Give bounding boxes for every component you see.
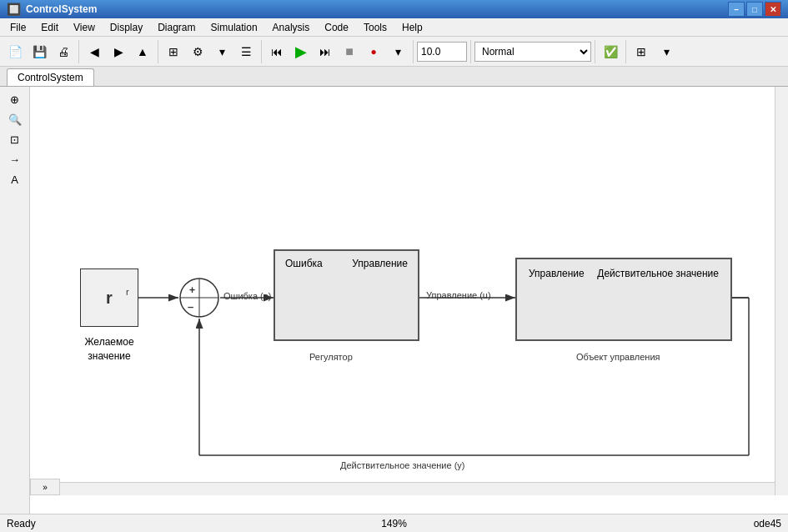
save-button[interactable]: 💾 bbox=[28, 40, 51, 63]
menu-bar: File Edit View Display Diagram Simulatio… bbox=[0, 18, 788, 37]
vertical-scrollbar[interactable] bbox=[775, 87, 788, 495]
up-button[interactable]: ▲ bbox=[131, 40, 154, 63]
svg-text:+: + bbox=[189, 284, 195, 296]
reference-symbol: r bbox=[106, 289, 113, 308]
svg-text:–: – bbox=[188, 300, 193, 313]
canvas-area[interactable]: r r Желаемое значение + – Ошибка (е) Оши… bbox=[30, 87, 788, 514]
play-button[interactable]: ▶ bbox=[289, 40, 313, 63]
menu-diagram[interactable]: Diagram bbox=[151, 20, 202, 35]
reference-block-label: Желаемое значение bbox=[73, 335, 145, 364]
diagnostics-button[interactable]: ⊞ bbox=[630, 40, 653, 63]
status-solver: ode45 bbox=[523, 518, 781, 529]
model-settings-button[interactable]: ☰ bbox=[234, 40, 258, 63]
menu-file[interactable]: File bbox=[3, 20, 33, 35]
regulator-block: Ошибка Управление bbox=[274, 249, 419, 341]
main-area: ⊕ 🔍 ⊡ → A bbox=[0, 87, 788, 514]
record-button[interactable]: ● bbox=[362, 40, 385, 63]
minimize-button[interactable]: – bbox=[728, 2, 745, 17]
simulation-time-input[interactable] bbox=[417, 42, 467, 62]
stop-button[interactable]: ■ bbox=[338, 40, 361, 63]
tab-bar: ControlSystem bbox=[0, 67, 788, 87]
library-button[interactable]: ⊞ bbox=[162, 40, 185, 63]
menu-edit[interactable]: Edit bbox=[34, 20, 65, 35]
zoom-in-button[interactable]: 🔍 bbox=[4, 110, 26, 128]
back-button[interactable]: ◀ bbox=[83, 40, 106, 63]
maximize-button[interactable]: □ bbox=[746, 2, 763, 17]
record-dropdown[interactable]: ▾ bbox=[386, 40, 409, 63]
bottom-left-button[interactable]: » bbox=[30, 479, 60, 495]
window-title: ControlSystem bbox=[26, 3, 97, 15]
menu-display[interactable]: Display bbox=[103, 20, 149, 35]
regulator-footer-label: Регулятор bbox=[309, 352, 353, 362]
feedback-signal-label: Действительное значение (y) bbox=[340, 460, 464, 470]
plant-footer-label: Объект управления bbox=[576, 352, 660, 362]
menu-view[interactable]: View bbox=[67, 20, 102, 35]
step-forward-button[interactable]: ⏭ bbox=[314, 40, 337, 63]
new-button[interactable]: 📄 bbox=[3, 40, 27, 63]
status-ready: Ready bbox=[7, 518, 265, 529]
diagnostics-dropdown[interactable]: ▾ bbox=[655, 40, 678, 63]
step-back-button[interactable]: ⏮ bbox=[265, 40, 289, 63]
tab-controlsystem[interactable]: ControlSystem bbox=[7, 68, 94, 86]
menu-code[interactable]: Code bbox=[318, 20, 355, 35]
check-button[interactable]: ✅ bbox=[599, 40, 622, 63]
title-bar: 🔲 ControlSystem – □ ✕ bbox=[0, 0, 788, 18]
regulator-input-label: Ошибка bbox=[285, 258, 323, 269]
sum-block: + – bbox=[178, 277, 220, 319]
status-zoom: 149% bbox=[265, 518, 524, 529]
settings-button[interactable]: ⚙ bbox=[186, 40, 209, 63]
menu-analysis[interactable]: Analysis bbox=[266, 20, 317, 35]
error-label: Ошибка (е) bbox=[223, 291, 272, 301]
forward-button[interactable]: ▶ bbox=[107, 40, 130, 63]
text-button[interactable]: A bbox=[4, 170, 26, 188]
menu-simulation[interactable]: Simulation bbox=[204, 20, 264, 35]
status-bar: Ready 149% ode45 bbox=[0, 514, 788, 532]
plant-block: Управление Действительное значение bbox=[515, 258, 732, 341]
zoom-area-button[interactable]: ⊡ bbox=[4, 130, 26, 148]
diagram: r r Желаемое значение + – Ошибка (е) Оши… bbox=[30, 87, 788, 514]
menu-help[interactable]: Help bbox=[395, 20, 429, 35]
reference-label-line2: значение bbox=[88, 350, 130, 362]
close-button[interactable]: ✕ bbox=[765, 2, 781, 17]
simulation-mode-select[interactable]: Normal Accelerator Rapid Accelerator bbox=[474, 42, 591, 62]
reference-signal-label: r bbox=[126, 287, 129, 297]
reference-label-line1: Желаемое bbox=[84, 336, 133, 348]
menu-tools[interactable]: Tools bbox=[357, 20, 394, 35]
plant-input-label: Управление bbox=[529, 268, 585, 279]
reference-block: r bbox=[80, 269, 138, 327]
settings-dropdown[interactable]: ▾ bbox=[210, 40, 233, 63]
pan-button[interactable]: → bbox=[4, 150, 26, 168]
control-signal-label: Управление (u) bbox=[426, 290, 491, 300]
horizontal-scrollbar[interactable] bbox=[60, 482, 788, 495]
zoom-fit-button[interactable]: ⊕ bbox=[4, 90, 26, 108]
plant-output-label: Действительное значение bbox=[597, 268, 719, 279]
regulator-output-label: Управление bbox=[352, 258, 408, 269]
left-toolbar: ⊕ 🔍 ⊡ → A bbox=[0, 87, 30, 514]
app-icon: 🔲 bbox=[7, 3, 21, 16]
toolbar: 📄 💾 🖨 ◀ ▶ ▲ ⊞ ⚙ ▾ ☰ ⏮ ▶ ⏭ ■ ● ▾ Normal A… bbox=[0, 37, 788, 67]
print-button[interactable]: 🖨 bbox=[52, 40, 75, 63]
